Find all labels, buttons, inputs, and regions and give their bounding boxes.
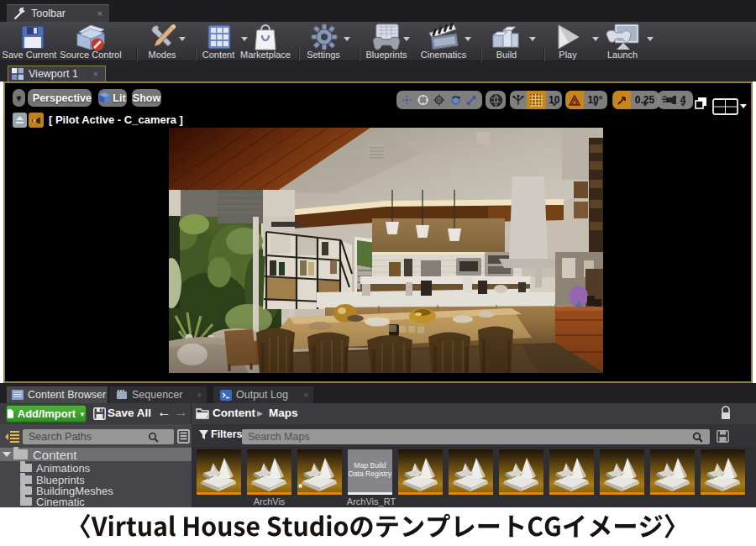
- svg-text:20: 20: [437, 97, 442, 102]
